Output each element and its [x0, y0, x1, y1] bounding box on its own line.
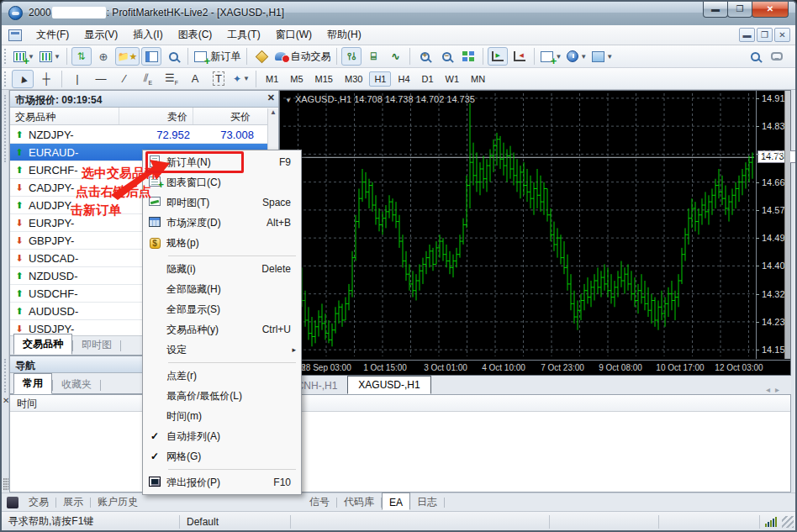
candlestick-button[interactable]: ⌸: [363, 47, 383, 66]
chat-button[interactable]: [767, 47, 787, 66]
strategy-tester-button[interactable]: [163, 47, 183, 66]
timeframe-d1[interactable]: D1: [417, 71, 439, 87]
context-menu-item-hide-all[interactable]: 全部隐藏(H): [143, 279, 301, 299]
timeframe-h4[interactable]: H4: [393, 71, 414, 87]
timeframe-m30[interactable]: M30: [340, 71, 367, 87]
news-time-column-header[interactable]: 时间: [10, 395, 790, 412]
fibonacci-tool-button[interactable]: ☰F: [161, 70, 182, 88]
data-window-button[interactable]: ⊕: [93, 47, 113, 66]
terminal-tab-5[interactable]: EA: [382, 492, 410, 510]
panel-grip[interactable]: [4, 359, 6, 392]
tile-windows-button[interactable]: [458, 47, 478, 66]
navigator-tab-0[interactable]: 常用: [13, 373, 52, 394]
templates-button[interactable]: ▼: [590, 47, 615, 66]
menubar-item-4[interactable]: 工具(T): [219, 25, 267, 45]
menubar-item-0[interactable]: 文件(F): [29, 25, 77, 45]
chart-price-axis[interactable]: 14.735 14.91514.83014.74514.66014.57514.…: [756, 91, 797, 359]
navigator-toggle-button[interactable]: 📁★: [115, 47, 140, 66]
context-menu-item-time[interactable]: 时间(m): [143, 406, 301, 426]
line-chart-button[interactable]: ∿: [385, 47, 405, 66]
chart-shift-button[interactable]: [509, 47, 530, 66]
context-menu-item-hide[interactable]: 隐藏(i)Delete: [143, 259, 301, 279]
status-profile[interactable]: Default: [180, 515, 291, 529]
column-sell[interactable]: 卖价: [119, 108, 193, 124]
menubar-item-2[interactable]: 插入(I): [125, 25, 170, 45]
horizontal-line-tool-button[interactable]: —: [90, 70, 112, 88]
mdi-restore-button[interactable]: ❐: [757, 28, 773, 42]
panel-grip[interactable]: [4, 95, 6, 162]
menubar-item-6[interactable]: 帮助(H): [319, 25, 369, 45]
terminal-tab-4[interactable]: 代码库: [337, 492, 381, 512]
menubar-item-5[interactable]: 窗口(W): [268, 25, 319, 45]
restore-button[interactable]: ❐: [727, 2, 752, 18]
timeframe-m1[interactable]: M1: [261, 71, 283, 87]
column-symbol[interactable]: 交易品种: [10, 108, 119, 124]
context-menu-item-spread[interactable]: 点差(r): [143, 366, 301, 386]
chart-dropdown-icon[interactable]: ▼: [285, 97, 292, 104]
context-menu-item-symbols[interactable]: 交易品种(y)Ctrl+U: [143, 319, 301, 340]
new-chart-button[interactable]: +▼: [12, 47, 36, 66]
periods-button[interactable]: ▼: [565, 47, 589, 66]
chart-tab-1[interactable]: XAGUSD-,H1: [347, 376, 430, 394]
timeframe-w1[interactable]: W1: [441, 71, 465, 87]
market-watch-row-nzdjpy[interactable]: ⬆NZDJPY-72.95273.008: [10, 126, 267, 144]
indicators-button[interactable]: +▼: [539, 47, 563, 66]
search-button[interactable]: [745, 47, 765, 66]
context-menu-item-high-low[interactable]: 最高价/最低价(L): [143, 386, 301, 406]
market-watch-tab-0[interactable]: 交易品种: [13, 334, 72, 355]
tab-scroll-arrows[interactable]: ◂▸: [766, 385, 791, 394]
timeframe-m5[interactable]: M5: [285, 71, 308, 87]
equidistant-channel-tool-button[interactable]: ⫽E: [137, 70, 159, 88]
new-order-button[interactable]: +新订单: [193, 47, 242, 66]
chart-window[interactable]: ▼XAGUSD-,H1 14.708 14.738 14.702 14.735 …: [279, 90, 791, 376]
toolbar-grip[interactable]: [4, 71, 8, 87]
terminal-tab-1[interactable]: 展示: [56, 492, 90, 512]
chart-document-icon[interactable]: [8, 29, 22, 41]
text-tool-button[interactable]: A: [184, 70, 206, 88]
zoom-in-button[interactable]: +: [414, 47, 435, 66]
context-menu-item-market-depth[interactable]: 市场深度(D)Alt+B: [143, 213, 301, 233]
trendline-tool-button[interactable]: ∕: [113, 70, 135, 88]
context-menu-item-show-all[interactable]: 全部显示(S): [143, 299, 301, 319]
context-menu-item-settings[interactable]: 设定▸: [143, 340, 301, 360]
auto-scroll-button[interactable]: [488, 47, 508, 66]
autotrading-button[interactable]: 自动交易: [273, 47, 332, 66]
resize-grip[interactable]: [782, 516, 794, 528]
crosshair-tool-button[interactable]: ┼: [35, 70, 57, 88]
context-menu-item-specification[interactable]: $规格(p): [143, 233, 301, 253]
text-label-tool-button[interactable]: T: [208, 70, 230, 88]
profiles-button[interactable]: ▼: [38, 47, 62, 66]
mdi-minimize-button[interactable]: ▬: [739, 28, 755, 42]
toolbar-grip[interactable]: [4, 49, 8, 64]
timeframe-mn[interactable]: MN: [466, 71, 490, 87]
cursor-tool-button[interactable]: ▲: [12, 70, 34, 88]
terminal-tab-0[interactable]: 交易: [22, 492, 55, 512]
timeframe-m15[interactable]: M15: [310, 71, 338, 87]
chart-plot-area[interactable]: [283, 93, 754, 356]
vertical-line-tool-button[interactable]: |: [66, 70, 88, 88]
context-menu-item-auto-arrange[interactable]: ✓自动排列(A): [143, 426, 301, 446]
column-buy[interactable]: 买价: [193, 108, 256, 124]
context-menu-item-popup-prices[interactable]: 弹出报价(P)F10: [143, 472, 301, 492]
mdi-close-button[interactable]: ✕: [774, 28, 790, 42]
close-button[interactable]: ✕: [752, 2, 789, 18]
terminal-tab-2[interactable]: 账户历史: [91, 492, 145, 512]
timeframe-h1[interactable]: H1: [369, 71, 391, 87]
terminal-tab-6[interactable]: 日志: [410, 492, 444, 512]
market-watch-tab-1[interactable]: 即时图: [73, 335, 120, 355]
navigator-tab-1[interactable]: 收藏夹: [53, 375, 100, 394]
chart-time-axis[interactable]: 201828 Sep 03:001 Oct 15:003 Oct 01:004 …: [280, 360, 790, 375]
arrows-tool-button[interactable]: ✦▼: [231, 70, 251, 88]
market-watch-toggle-button[interactable]: ⇅: [71, 47, 92, 66]
context-menu-item-grid[interactable]: ✓网格(G): [143, 446, 301, 466]
metaeditor-button[interactable]: [251, 47, 272, 66]
title-bar[interactable]: 2000: ProfitMarketHK-Live2 - [XAGUSD-,H1…: [2, 2, 795, 25]
zoom-out-button[interactable]: −: [436, 47, 457, 66]
market-watch-column-headers[interactable]: 交易品种 卖价 买价: [10, 108, 278, 125]
minimize-button[interactable]: ▬: [703, 2, 728, 18]
terminal-tab-3[interactable]: 信号: [303, 492, 336, 512]
market-watch-close-icon[interactable]: ✕: [267, 92, 275, 103]
menubar-item-3[interactable]: 图表(C): [171, 25, 220, 45]
terminal-toggle-button[interactable]: [141, 47, 161, 66]
menubar-item-1[interactable]: 显示(V): [77, 25, 125, 45]
